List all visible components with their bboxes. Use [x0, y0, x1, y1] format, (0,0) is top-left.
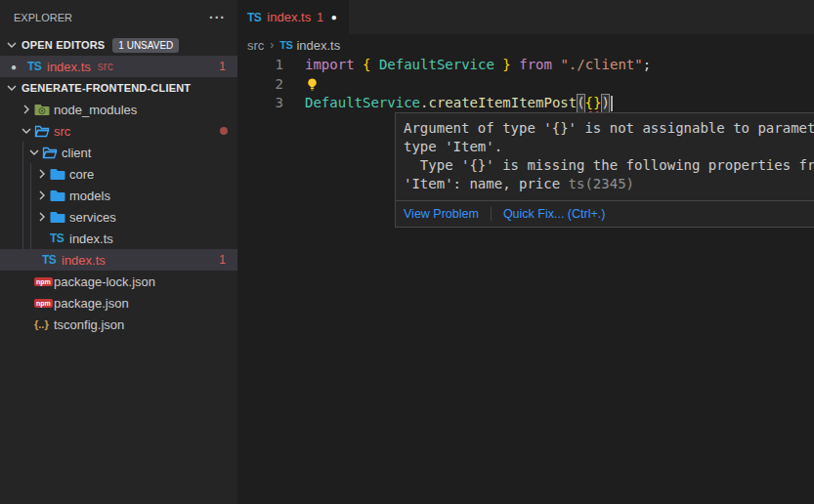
code-editor[interactable]: 1import { DefaultService } from "./clien… — [237, 56, 814, 113]
code-token — [511, 56, 519, 75]
code-token: ) — [601, 94, 609, 113]
ts-icon: TS — [50, 231, 69, 245]
workspace-folder-name: GENERATE-FRONTEND-CLIENT — [21, 82, 191, 94]
breadcrumb: src › TS index.ts — [237, 34, 814, 56]
line-number: 3 — [237, 94, 283, 113]
error-dot-badge — [220, 127, 228, 135]
tree-item-label: core — [69, 167, 94, 182]
error-hover-tooltip: Argument of type '{}' is not assignable … — [395, 112, 814, 228]
code-token: . — [420, 94, 428, 113]
open-editor-file-name: index.ts — [47, 60, 91, 74]
tab-index-ts[interactable]: TS index.ts 1 ● — [237, 0, 349, 34]
tree-item-label: models — [69, 189, 110, 203]
explorer-sidebar: EXPLORER ··· OPEN EDITORS 1 UNSAVED ● TS… — [0, 0, 237, 504]
folder-icon — [50, 189, 69, 202]
code-token: ; — [643, 56, 651, 75]
error-message-line: type 'Item'. — [404, 138, 814, 156]
breadcrumb-folder[interactable]: src — [247, 38, 264, 53]
tree-item-label: services — [69, 210, 116, 225]
tree-item-label: client — [62, 146, 91, 160]
code-token: ( — [577, 94, 584, 113]
code-token: createItemItemPost — [428, 94, 577, 113]
npm-icon: npm — [34, 277, 54, 286]
tree-item-node-modules[interactable]: node_modules — [0, 99, 237, 120]
explorer-title: EXPLORER — [14, 12, 209, 23]
view-problem-link[interactable]: View Problem — [404, 207, 479, 221]
folder-open-icon — [42, 146, 62, 159]
code-line-3[interactable]: 3DefaultService.createItemItemPost({}) — [237, 94, 814, 113]
breadcrumb-file-name: index.ts — [296, 38, 340, 53]
tree-item-label: index.ts — [69, 231, 113, 246]
text-cursor — [611, 96, 613, 111]
tree-item-tsconfig-json[interactable]: {..}tsconfig.json — [0, 314, 237, 335]
vscode-window: EXPLORER ··· OPEN EDITORS 1 UNSAVED ● TS… — [0, 0, 814, 504]
sidebar-header: EXPLORER ··· — [0, 0, 237, 34]
tab-problem-count: 1 — [317, 11, 323, 24]
problem-count-badge: 1 — [219, 253, 226, 267]
line-content — [305, 75, 320, 95]
breadcrumb-separator-icon: › — [270, 38, 274, 52]
folder-icon — [50, 167, 69, 181]
problem-count-badge: 1 — [219, 60, 226, 73]
line-number: 1 — [237, 56, 283, 75]
workspace-folder-header[interactable]: GENERATE-FRONTEND-CLIENT — [0, 77, 237, 99]
tree-item-package-json[interactable]: npmpackage.json — [0, 292, 237, 314]
code-token — [494, 56, 502, 75]
tree-item-models[interactable]: models — [0, 185, 237, 206]
modified-dot-icon: ● — [0, 62, 27, 72]
code-token: {} — [585, 94, 602, 113]
line-content: DefaultService.createItemItemPost({}) — [305, 94, 613, 113]
tree-item-client[interactable]: client — [0, 142, 237, 163]
hover-actions: View Problem Quick Fix... (Ctrl+.) — [396, 200, 814, 227]
error-message-line: Argument of type '{}' is not assignable … — [404, 119, 814, 138]
npm-icon: npm — [34, 299, 54, 308]
tree-item-label: tsconfig.json — [54, 317, 124, 332]
tree-item-src[interactable]: src — [0, 120, 237, 142]
more-actions-icon[interactable]: ··· — [209, 10, 226, 25]
typescript-file-icon: TS — [279, 39, 292, 51]
code-line-1[interactable]: 1import { DefaultService } from "./clien… — [237, 56, 814, 75]
ts-icon: TS — [42, 253, 62, 267]
unsaved-badge: 1 UNSAVED — [112, 38, 179, 53]
code-token: DefaultService — [305, 94, 420, 113]
tree-item-label: src — [54, 124, 70, 139]
tree-item-index-ts[interactable]: TSindex.ts1 — [0, 249, 237, 271]
code-token — [355, 56, 363, 75]
code-token: from — [519, 56, 552, 75]
chevron-right-icon — [34, 166, 50, 182]
chevron-down-icon — [4, 80, 20, 96]
code-token: } — [502, 56, 510, 75]
open-editors-label: OPEN EDITORS — [21, 39, 105, 51]
tab-bar: TS index.ts 1 ● — [237, 0, 814, 34]
chevron-down-icon — [4, 37, 20, 53]
tree-item-package-lock-json[interactable]: npmpackage-lock.json — [0, 271, 237, 292]
tree-item-services[interactable]: services — [0, 206, 237, 228]
braces-icon: {..} — [34, 318, 54, 330]
quick-fix-lightbulb-icon[interactable] — [305, 77, 320, 92]
modified-dot-icon[interactable]: ● — [331, 12, 337, 22]
open-editor-item-index-ts[interactable]: ● TS index.ts src 1 — [0, 56, 237, 77]
error-message-line: 'Item': name, price ts(2345) — [404, 175, 814, 193]
folder-icon — [50, 210, 69, 224]
tree-item-index-ts[interactable]: TSindex.ts — [0, 228, 237, 249]
tree-item-label: node_modules — [54, 103, 137, 117]
editor-group: TS index.ts 1 ● src › TS index.ts 1impor… — [237, 0, 814, 504]
tab-title: index.ts — [267, 10, 311, 24]
quick-fix-link[interactable]: Quick Fix... (Ctrl+.) — [503, 207, 606, 221]
folder-open-icon — [34, 124, 54, 138]
typescript-file-icon: TS — [27, 60, 47, 73]
folder-npm-icon — [34, 103, 54, 116]
action-separator — [491, 207, 492, 221]
code-token — [370, 56, 378, 75]
tree-item-core[interactable]: core — [0, 163, 237, 185]
chevron-down-icon — [26, 145, 42, 160]
breadcrumb-file[interactable]: TS index.ts — [279, 38, 340, 53]
tree-item-label: package-lock.json — [54, 274, 155, 289]
error-code: ts(2345) — [560, 176, 634, 191]
code-token: { — [363, 56, 370, 75]
tree-item-label: package.json — [54, 296, 129, 311]
code-line-2[interactable]: 2 — [237, 75, 814, 95]
error-message-line: Type '{}' is missing the following prope… — [404, 156, 814, 175]
chevron-down-icon — [19, 123, 34, 139]
open-editors-header[interactable]: OPEN EDITORS 1 UNSAVED — [0, 34, 237, 56]
